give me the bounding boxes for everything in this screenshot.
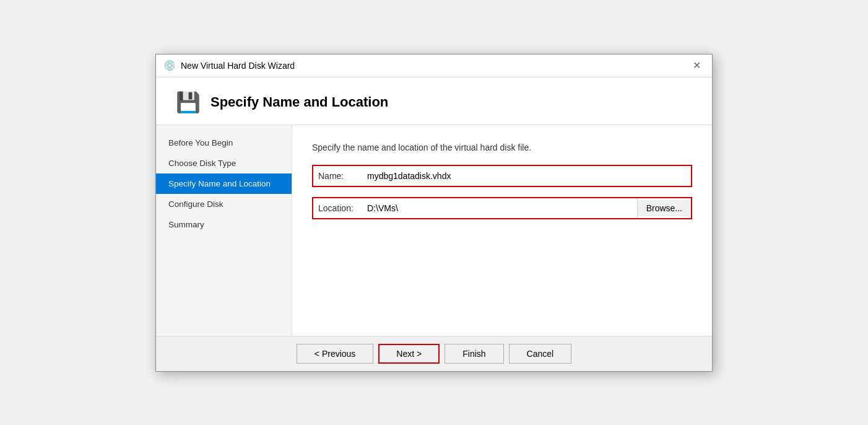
sidebar-item-specify-name-location[interactable]: Specify Name and Location [156, 173, 292, 194]
location-label: Location: [318, 203, 365, 213]
window-title: New Virtual Hard Disk Wizard [181, 61, 295, 71]
sidebar-label-choose-disk-type: Choose Disk Type [168, 159, 236, 168]
browse-button[interactable]: Browse... [638, 200, 691, 216]
sidebar-item-configure-disk[interactable]: Configure Disk [156, 194, 292, 214]
footer: < Previous Next > Finish Cancel [156, 336, 712, 371]
name-label: Name: [318, 171, 365, 181]
sidebar-item-summary[interactable]: Summary [156, 214, 292, 235]
sidebar-item-choose-disk-type[interactable]: Choose Disk Type [156, 153, 292, 173]
next-button[interactable]: Next > [378, 344, 440, 364]
location-field-row: Location: Browse... [312, 197, 692, 219]
location-field-group: Location: Browse... [312, 197, 692, 219]
name-field-group: Name: [312, 165, 692, 187]
description-text: Specify the name and location of the vir… [312, 142, 692, 152]
sidebar-label-summary: Summary [168, 220, 204, 229]
dialog-window: 💿 New Virtual Hard Disk Wizard ✕ 💾 Speci… [155, 54, 713, 372]
previous-button[interactable]: < Previous [297, 344, 374, 364]
header-section: 💾 Specify Name and Location [156, 77, 712, 125]
content-area: Before You Begin Choose Disk Type Specif… [156, 125, 712, 336]
main-content: Specify the name and location of the vir… [292, 125, 712, 336]
sidebar-label-before-you-begin: Before You Begin [168, 138, 233, 147]
location-input[interactable] [365, 201, 632, 216]
title-bar: 💿 New Virtual Hard Disk Wizard ✕ [156, 55, 712, 77]
title-bar-left: 💿 New Virtual Hard Disk Wizard [163, 59, 295, 72]
sidebar-label-specify-name-location: Specify Name and Location [168, 179, 271, 188]
sidebar-item-before-you-begin[interactable]: Before You Begin [156, 133, 292, 153]
sidebar-label-configure-disk: Configure Disk [168, 199, 224, 209]
page-title: Specify Name and Location [210, 94, 388, 110]
header-icon: 💾 [176, 92, 201, 112]
close-button[interactable]: ✕ [689, 59, 705, 72]
disk-wizard-icon: 💿 [163, 59, 176, 72]
cancel-button[interactable]: Cancel [509, 344, 572, 364]
finish-button[interactable]: Finish [445, 344, 503, 364]
location-inner: Location: [313, 198, 638, 218]
sidebar: Before You Begin Choose Disk Type Specif… [156, 125, 292, 336]
name-field-row: Name: [312, 165, 692, 187]
name-input[interactable] [365, 169, 686, 183]
